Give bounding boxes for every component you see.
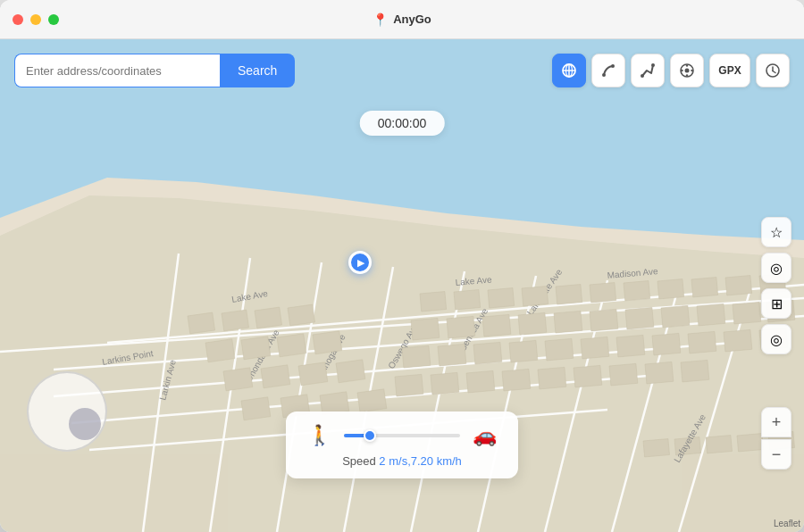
svg-rect-73 (241, 397, 271, 420)
map-container[interactable]: Lake Ave Lake Ave Madison Ave Lafayette … (0, 39, 804, 532)
svg-rect-67 (581, 337, 609, 359)
svg-rect-38 (624, 281, 650, 301)
svg-rect-43 (205, 339, 235, 362)
svg-point-105 (691, 70, 692, 71)
svg-rect-34 (488, 288, 515, 308)
svg-rect-62 (402, 345, 431, 368)
svg-rect-60 (298, 362, 328, 386)
svg-rect-53 (625, 307, 654, 329)
history-button[interactable] (756, 54, 790, 87)
speed-slider[interactable] (344, 434, 460, 437)
svg-rect-50 (518, 312, 547, 335)
history-icon (765, 62, 781, 79)
svg-rect-54 (661, 305, 690, 328)
svg-rect-81 (538, 367, 566, 389)
search-group: Search (14, 54, 295, 87)
svg-rect-70 (688, 331, 716, 353)
timer-value: 00:00:00 (378, 116, 427, 130)
svg-rect-52 (590, 309, 618, 331)
svg-rect-59 (261, 365, 290, 388)
svg-rect-46 (313, 331, 342, 354)
zoom-out-button[interactable]: − (761, 439, 791, 470)
svg-rect-66 (545, 338, 574, 361)
compass-button[interactable]: ◎ (761, 253, 791, 283)
svg-rect-89 (737, 434, 763, 452)
right-tools: GPX (552, 54, 790, 87)
svg-rect-86 (643, 439, 669, 457)
joystick-button[interactable] (670, 54, 704, 87)
svg-rect-68 (616, 335, 645, 357)
single-route-icon (600, 62, 616, 79)
gpx-button[interactable]: GPX (709, 54, 750, 87)
car-icon: 🚗 (473, 424, 497, 447)
svg-rect-44 (241, 337, 271, 360)
svg-line-108 (773, 71, 775, 73)
map-view-button[interactable]: ⊞ (761, 288, 791, 319)
svg-rect-77 (395, 374, 423, 396)
svg-rect-88 (706, 436, 732, 453)
speed-panel: 🚶 🚗 Speed 2 m/s,7.20 km/h (286, 411, 518, 478)
svg-rect-49 (482, 314, 511, 337)
search-input[interactable] (14, 54, 220, 87)
svg-point-96 (602, 73, 606, 77)
locate-icon: ◎ (770, 331, 783, 348)
map-attribution: Leaflet (774, 519, 800, 528)
joystick-icon (679, 62, 695, 79)
svg-rect-76 (357, 389, 387, 412)
svg-rect-28 (188, 312, 215, 334)
app-title: AnyGo (393, 12, 431, 26)
teleport-icon (561, 62, 577, 79)
svg-rect-65 (509, 340, 538, 362)
traffic-lights (13, 14, 59, 25)
zoom-buttons: + − (761, 407, 791, 470)
svg-point-101 (685, 69, 690, 73)
svg-rect-85 (681, 360, 709, 382)
teleport-button[interactable] (552, 54, 586, 87)
svg-point-103 (686, 74, 688, 76)
svg-rect-84 (645, 362, 674, 384)
locate-button[interactable]: ◎ (761, 324, 791, 354)
multi-route-button[interactable] (631, 54, 665, 87)
svg-rect-39 (657, 279, 684, 299)
location-marker[interactable]: ▶ (348, 251, 372, 274)
svg-rect-40 (691, 278, 718, 297)
svg-rect-71 (724, 329, 752, 352)
right-side-buttons: ☆ ◎ ⊞ ◎ (761, 217, 791, 354)
svg-rect-63 (438, 344, 466, 366)
svg-rect-56 (733, 302, 761, 324)
pin-icon: 📍 (373, 12, 388, 27)
svg-rect-69 (652, 333, 681, 355)
speed-slider-thumb (364, 429, 376, 442)
svg-rect-41 (725, 276, 752, 295)
titlebar: 📍 AnyGo (0, 0, 804, 39)
speed-value: 2 m/s,7.20 km/h (379, 454, 461, 468)
joystick-control[interactable] (27, 371, 107, 452)
svg-rect-61 (336, 360, 365, 383)
svg-point-98 (641, 74, 644, 78)
speed-label: Speed 2 m/s,7.20 km/h (307, 454, 497, 468)
svg-rect-37 (590, 283, 616, 303)
svg-rect-33 (454, 290, 481, 310)
svg-rect-29 (222, 310, 249, 331)
speed-icons-row: 🚶 🚗 (307, 424, 497, 447)
svg-rect-83 (609, 363, 638, 386)
svg-rect-36 (556, 285, 582, 304)
svg-rect-48 (447, 316, 475, 338)
close-button[interactable] (13, 14, 23, 25)
single-route-button[interactable] (591, 54, 625, 87)
svg-rect-47 (411, 318, 440, 340)
svg-rect-80 (502, 369, 531, 391)
maximize-button[interactable] (48, 14, 59, 25)
favorites-button[interactable]: ☆ (761, 217, 791, 247)
svg-rect-82 (574, 365, 602, 387)
location-arrow-icon: ▶ (357, 257, 364, 269)
svg-point-99 (651, 63, 655, 67)
svg-rect-51 (554, 311, 582, 333)
search-button[interactable]: Search (220, 54, 295, 87)
svg-point-97 (611, 64, 615, 68)
svg-rect-55 (697, 303, 725, 326)
speed-text: Speed (342, 454, 379, 468)
app-title-group: 📍 AnyGo (373, 12, 431, 27)
zoom-in-button[interactable]: + (761, 407, 791, 437)
minimize-button[interactable] (30, 14, 41, 25)
